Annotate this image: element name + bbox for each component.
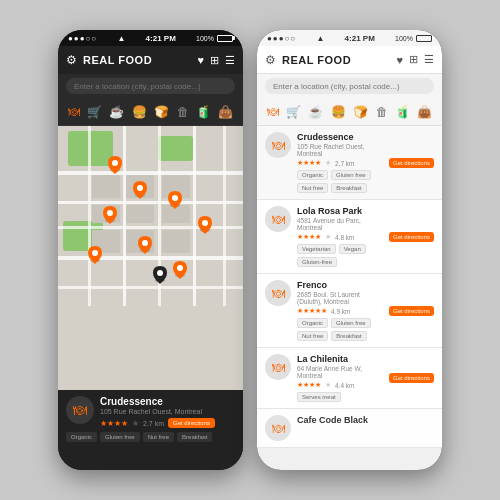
filter-bag-icon-right[interactable]: 👜: [417, 105, 432, 119]
heart-icon-right[interactable]: ♥: [396, 54, 403, 66]
svg-rect-22: [162, 230, 190, 253]
card-info: Crudessence 105 Rue Rachel Ouest, Montre…: [100, 396, 235, 428]
svg-point-28: [107, 210, 113, 216]
status-bar-right: ●●●○○ ▲ 4:21 PM 100%: [257, 30, 442, 46]
stars: ★★★★: [100, 419, 128, 428]
directions-button[interactable]: Get directions: [168, 418, 215, 428]
tags: Organic Gluten free Nut free Breakfast: [66, 432, 235, 442]
list-icon-4: 🍽: [272, 421, 285, 436]
svg-rect-10: [123, 126, 126, 306]
top-bar-right: ⚙ REAL FOOD ♥ ⊞ ☰: [257, 46, 442, 74]
list-star-empty-3: ★: [325, 381, 331, 389]
filter-bread-icon[interactable]: 🍞: [154, 105, 169, 119]
svg-rect-8: [58, 286, 243, 289]
list-item[interactable]: 🍽 Lola Rosa Park 4581 Avenue du Parc, Mo…: [257, 200, 442, 274]
filter-bread-icon-right[interactable]: 🍞: [353, 105, 368, 119]
card-meta: ★★★★ ★ 2.7 km Get directions: [100, 418, 235, 428]
status-time-right: 4:21 PM: [345, 34, 375, 43]
battery-icon-right: [416, 35, 432, 42]
bottom-card: 🍽 Crudessence 105 Rue Rachel Ouest, Mont…: [58, 390, 243, 470]
list-stars-1: ★★★★: [297, 233, 321, 241]
filter-row: 🍽 🛒 ☕ 🍔 🍞 🗑 🧃 👜: [58, 98, 243, 126]
app-title: REAL FOOD: [83, 54, 191, 66]
filter-row-right: 🍽 🛒 ☕ 🍔 🍞 🗑 🧃 👜: [257, 98, 442, 126]
list-tag: Vegetarian: [297, 244, 336, 254]
tag-organic: Organic: [66, 432, 97, 442]
map-area[interactable]: [58, 126, 243, 390]
list-item[interactable]: 🍽 Cafe Code Black: [257, 409, 442, 448]
filter-trash-icon-right[interactable]: 🗑: [376, 105, 388, 119]
search-bar: [58, 74, 243, 98]
gear-icon[interactable]: ⚙: [66, 53, 77, 67]
battery-pct-right: 100%: [395, 35, 413, 42]
filter-restaurant-icon[interactable]: 🍽: [68, 105, 80, 119]
list-item[interactable]: 🍽 Frenco 2685 Boul. St Laurent (Duluth),…: [257, 274, 442, 348]
svg-rect-18: [126, 205, 154, 223]
filter-juice-icon-right[interactable]: 🧃: [395, 105, 410, 119]
list-info-3: La Chilenita 64 Marie Anne Rue W, Montre…: [297, 354, 383, 402]
battery-area-right: 100%: [395, 35, 432, 42]
list-item[interactable]: 🍽 La Chilenita 64 Marie Anne Rue W, Mont…: [257, 348, 442, 409]
list-directions-btn-1[interactable]: Get directions: [389, 232, 434, 242]
list-meta-0: ★★★★ ★ 2.7 km: [297, 159, 383, 167]
filter-bag-icon[interactable]: 👜: [218, 105, 233, 119]
list-avatar-0: 🍽: [265, 132, 291, 158]
filter-restaurant-icon-right[interactable]: 🍽: [267, 105, 279, 119]
list-distance-3: 4.4 km: [335, 382, 355, 389]
heart-icon[interactable]: ♥: [197, 54, 204, 66]
list-tag: Vegan: [339, 244, 366, 254]
filter-trash-icon[interactable]: 🗑: [177, 105, 189, 119]
search-input-right[interactable]: [265, 78, 434, 94]
search-bar-right: [257, 74, 442, 98]
list-info-4: Cafe Code Black: [297, 415, 434, 425]
gear-icon-right[interactable]: ⚙: [265, 53, 276, 67]
card-address: 105 Rue Rachel Ouest, Montreal: [100, 408, 235, 415]
list-star-empty-0: ★: [325, 159, 331, 167]
list-tag: Breakfast: [331, 183, 366, 193]
list-tags-0: Organic Gluten free Nut free Breakfast: [297, 170, 383, 193]
svg-rect-14: [92, 175, 120, 198]
list-tag: Organic: [297, 170, 328, 180]
filter-icon[interactable]: ⊞: [210, 54, 219, 67]
tag-breakfast: Breakfast: [177, 432, 212, 442]
list-directions-btn-2[interactable]: Get directions: [389, 306, 434, 316]
wifi-icon: ▲: [117, 34, 125, 43]
svg-point-30: [172, 195, 178, 201]
list-directions-btn-0[interactable]: Get directions: [389, 158, 434, 168]
list-address-1: 4581 Avenue du Parc, Montreal: [297, 217, 383, 231]
list-tags-2: Organic Gluten free Nut free Breakfast: [297, 318, 383, 341]
search-input[interactable]: [66, 78, 235, 94]
filter-icon-right[interactable]: ⊞: [409, 53, 418, 66]
menu-icon-right[interactable]: ☰: [424, 53, 434, 66]
signal-dots-right: ●●●○○: [267, 34, 296, 43]
list-star-empty-1: ★: [325, 233, 331, 241]
list-stars-0: ★★★★: [297, 159, 321, 167]
app-title-right: REAL FOOD: [282, 54, 390, 66]
battery-area: 100%: [196, 35, 233, 42]
filter-cafe-icon-right[interactable]: ☕: [308, 105, 323, 119]
list-icon-1: 🍽: [272, 212, 285, 227]
svg-point-38: [177, 265, 183, 271]
list-icon-3: 🍽: [272, 360, 285, 375]
filter-shop-icon[interactable]: 🛒: [87, 105, 102, 119]
filter-burger-icon[interactable]: 🍔: [132, 105, 147, 119]
filter-cafe-icon[interactable]: ☕: [109, 105, 124, 119]
list-info-1: Lola Rosa Park 4581 Avenue du Parc, Mont…: [297, 206, 383, 267]
list-distance-1: 4.8 km: [335, 234, 355, 241]
list-stars-3: ★★★★: [297, 381, 321, 389]
list-tags-3: Serves meat: [297, 392, 383, 402]
filter-burger-icon-right[interactable]: 🍔: [331, 105, 346, 119]
menu-icon[interactable]: ☰: [225, 54, 235, 67]
svg-rect-9: [88, 126, 91, 306]
list-item[interactable]: 🍽 Crudessence 105 Rue Rachel Ouest, Mont…: [257, 126, 442, 200]
svg-rect-13: [223, 126, 226, 306]
phone-map-view: ●●●○○ ▲ 4:21 PM 100% ⚙ REAL FOOD ♥ ⊞ ☰ 🍽…: [58, 30, 243, 470]
list-tag: Gluten-free: [297, 257, 337, 267]
list-meta-1: ★★★★ ★ 4.8 km: [297, 233, 383, 241]
filter-shop-icon-right[interactable]: 🛒: [286, 105, 301, 119]
list-avatar-2: 🍽: [265, 280, 291, 306]
svg-rect-5: [58, 201, 243, 204]
star-empty: ★: [132, 419, 139, 428]
filter-juice-icon[interactable]: 🧃: [196, 105, 211, 119]
list-directions-btn-3[interactable]: Get directions: [389, 373, 434, 383]
